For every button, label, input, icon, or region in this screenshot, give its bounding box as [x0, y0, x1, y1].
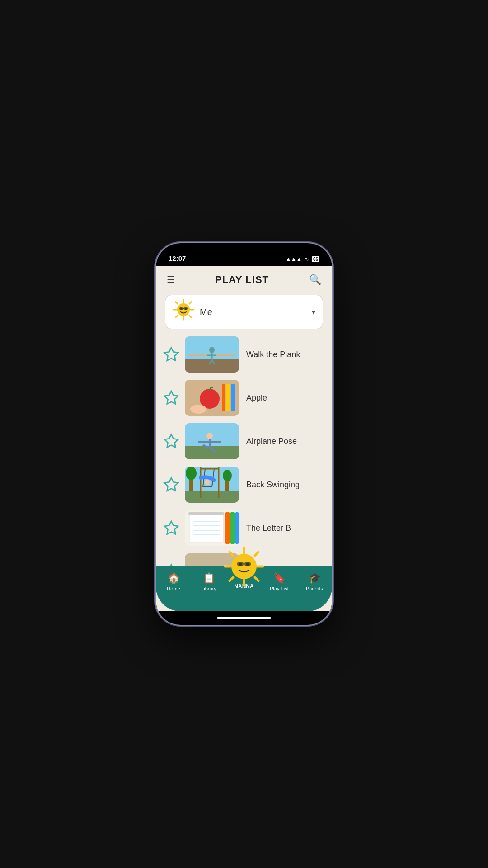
svg-point-42 — [186, 467, 197, 480]
svg-line-80 — [255, 577, 258, 581]
status-icons: ▲▲▲ ∿ 66 — [286, 256, 319, 262]
svg-rect-26 — [222, 384, 225, 411]
nav-item-parents[interactable]: 🎓 Parents — [299, 572, 330, 591]
item-label: Back Swinging — [246, 480, 300, 490]
app-header: ☰ PLAY LIST 🔍 — [156, 266, 332, 291]
signal-icon: ▲▲▲ — [286, 256, 302, 262]
profile-selector[interactable]: Me ▾ — [165, 295, 323, 329]
svg-marker-30 — [164, 434, 178, 448]
item-thumbnail — [185, 423, 239, 459]
svg-line-4 — [176, 302, 178, 304]
svg-marker-14 — [164, 348, 178, 361]
status-time: 12:07 — [169, 255, 186, 262]
nav-label-playlist: Play List — [270, 586, 289, 591]
svg-line-6 — [189, 302, 191, 304]
svg-rect-27 — [226, 384, 230, 411]
item-thumbnail — [185, 336, 239, 373]
nav-item-home[interactable]: 🏠 Home — [158, 572, 189, 591]
list-item[interactable]: Back Swinging — [163, 467, 325, 503]
playlist-container: Walk the Plank — [156, 336, 332, 566]
item-label: Walk the Plank — [246, 350, 300, 359]
svg-rect-60 — [225, 512, 230, 544]
favorite-star-icon[interactable] — [163, 390, 179, 406]
nav-label-home: Home — [167, 586, 180, 591]
svg-marker-52 — [164, 521, 178, 534]
content-area: ☰ PLAY LIST 🔍 — [156, 266, 332, 566]
profile-emoji — [173, 299, 194, 325]
svg-line-81 — [255, 552, 258, 556]
playlist-icon: 🔖 — [273, 572, 286, 584]
svg-line-79 — [230, 552, 233, 556]
svg-point-29 — [190, 405, 206, 414]
nav-label-parents: Parents — [306, 586, 323, 591]
svg-line-7 — [176, 316, 178, 317]
item-label: The Letter B — [246, 524, 291, 533]
dropdown-arrow-icon: ▾ — [312, 308, 315, 316]
favorite-star-icon[interactable] — [163, 433, 179, 449]
list-item[interactable]: Walk the Plank — [163, 336, 325, 373]
svg-rect-40 — [185, 491, 239, 503]
nav-item-playlist[interactable]: 🔖 Play List — [263, 572, 295, 591]
home-icon: 🏠 — [168, 572, 180, 584]
favorite-star-icon[interactable] — [163, 476, 179, 493]
nanna-sun[interactable] — [224, 546, 264, 589]
svg-point-51 — [205, 480, 210, 485]
svg-rect-28 — [231, 384, 235, 411]
battery-icon: 66 — [312, 256, 319, 262]
svg-rect-55 — [188, 512, 224, 515]
svg-point-83 — [231, 554, 257, 579]
profile-name: Me — [200, 307, 312, 317]
nav-label-library: Library — [201, 586, 216, 591]
svg-rect-86 — [237, 562, 244, 566]
svg-line-5 — [189, 316, 191, 317]
svg-rect-12 — [184, 307, 188, 310]
svg-rect-87 — [244, 562, 251, 566]
item-thumbnail — [185, 510, 239, 546]
wifi-icon: ∿ — [305, 256, 309, 262]
item-thumbnail — [185, 467, 239, 503]
list-item[interactable]: Airplane Pose — [163, 423, 325, 459]
svg-rect-61 — [230, 512, 235, 544]
svg-rect-54 — [189, 514, 223, 543]
item-thumbnail — [185, 380, 239, 416]
svg-point-8 — [177, 303, 190, 316]
home-bar — [217, 617, 271, 619]
svg-point-44 — [223, 470, 232, 481]
status-bar: 12:07 ▲▲▲ ∿ 66 — [156, 243, 332, 266]
svg-marker-23 — [164, 391, 178, 404]
svg-line-82 — [230, 577, 233, 581]
svg-point-18 — [209, 347, 215, 353]
home-indicator — [156, 611, 332, 625]
svg-rect-62 — [235, 512, 239, 544]
favorite-star-icon[interactable] — [163, 346, 179, 363]
item-label: Apple — [246, 393, 267, 403]
menu-icon[interactable]: ☰ — [167, 274, 175, 285]
page-title: PLAY LIST — [215, 274, 269, 286]
library-icon: 📋 — [203, 572, 215, 584]
list-item[interactable]: The Letter B — [163, 510, 325, 546]
item-label: Airplane Pose — [246, 437, 297, 446]
list-item[interactable]: Apple — [163, 380, 325, 416]
svg-point-33 — [206, 433, 213, 439]
parents-icon: 🎓 — [309, 572, 321, 584]
notch — [215, 243, 273, 257]
favorite-star-icon[interactable] — [163, 520, 179, 536]
svg-rect-11 — [179, 307, 183, 310]
bottom-nav: 🏠 Home 📋 Library NANNA 🔖 Play List 🎓 Par… — [156, 566, 332, 611]
svg-marker-38 — [164, 478, 178, 491]
svg-rect-32 — [185, 446, 239, 459]
search-icon[interactable]: 🔍 — [309, 274, 321, 286]
nav-item-library[interactable]: 📋 Library — [193, 572, 225, 591]
